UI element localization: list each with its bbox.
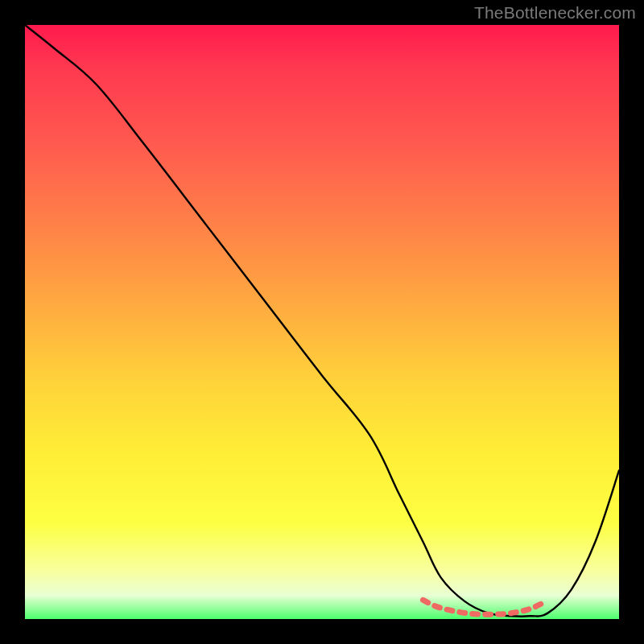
series-bottleneck-curve [25,25,619,617]
plot-area [25,25,619,619]
series-optimal-band [423,600,542,614]
chart-svg [25,25,619,619]
chart-frame: TheBottlenecker.com [0,0,644,644]
attribution-label: TheBottlenecker.com [474,3,636,23]
